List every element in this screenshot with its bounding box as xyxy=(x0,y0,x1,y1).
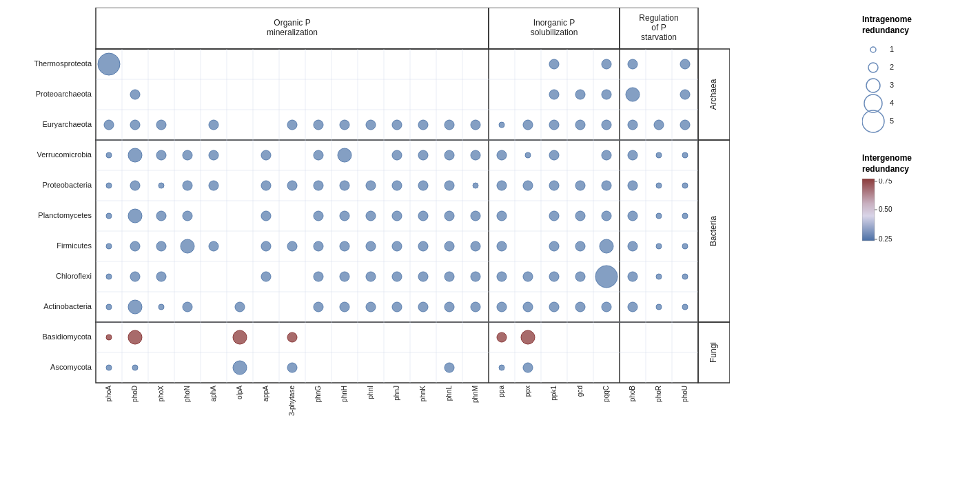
svg-point-107 xyxy=(445,120,454,130)
svg-text:Actinobacteria: Actinobacteria xyxy=(43,302,92,310)
svg-point-201 xyxy=(261,272,271,281)
svg-point-115 xyxy=(654,120,664,130)
svg-point-118 xyxy=(128,148,142,162)
svg-text:phoX: phoX xyxy=(157,386,165,402)
intragenome-legend-svg: 12345 xyxy=(862,40,952,137)
svg-text:Proteobacteria: Proteobacteria xyxy=(42,181,92,189)
svg-point-231 xyxy=(549,302,559,312)
svg-point-175 xyxy=(656,213,662,219)
svg-point-148 xyxy=(445,181,454,190)
svg-text:pqqC: pqqC xyxy=(602,386,610,402)
svg-point-254 xyxy=(866,79,880,92)
svg-text:olpA: olpA xyxy=(236,386,243,399)
svg-point-145 xyxy=(366,181,376,190)
legend-area: Intragenomeredundancy 12345 Intergenomer… xyxy=(855,8,966,490)
svg-point-88 xyxy=(602,59,611,69)
svg-point-121 xyxy=(209,150,218,160)
svg-point-102 xyxy=(314,120,323,130)
svg-point-209 xyxy=(497,272,507,281)
svg-text:phnJ: phnJ xyxy=(393,386,400,401)
svg-text:1: 1 xyxy=(890,45,894,53)
svg-point-126 xyxy=(418,150,428,160)
svg-point-124 xyxy=(338,148,351,162)
svg-point-99 xyxy=(156,120,166,130)
svg-text:Euryarchaeota: Euryarchaeota xyxy=(42,120,92,128)
svg-point-129 xyxy=(497,150,507,160)
svg-point-159 xyxy=(128,209,142,223)
svg-point-171 xyxy=(549,211,559,221)
svg-point-258 xyxy=(862,110,884,132)
svg-point-256 xyxy=(864,94,882,112)
svg-text:0.50: 0.50 xyxy=(879,206,892,213)
svg-text:Chloroflexi: Chloroflexi xyxy=(56,272,92,280)
svg-point-199 xyxy=(130,272,140,281)
svg-point-190 xyxy=(471,241,480,251)
svg-point-89 xyxy=(628,59,637,69)
svg-point-162 xyxy=(261,211,271,221)
svg-point-130 xyxy=(525,152,531,158)
svg-text:3-phytase: 3-phytase xyxy=(288,386,296,416)
svg-point-206 xyxy=(418,272,428,281)
svg-point-136 xyxy=(106,183,112,188)
svg-point-109 xyxy=(499,122,504,128)
svg-text:phnL: phnL xyxy=(445,386,453,401)
svg-point-106 xyxy=(418,120,428,130)
svg-point-170 xyxy=(497,211,507,221)
svg-point-139 xyxy=(183,181,192,190)
svg-text:gcd: gcd xyxy=(576,386,584,397)
svg-text:aphA: aphA xyxy=(210,386,217,402)
svg-point-210 xyxy=(523,272,533,281)
svg-point-96 xyxy=(680,90,690,99)
svg-text:of P: of P xyxy=(651,23,666,32)
svg-text:phnM: phnM xyxy=(471,386,479,403)
svg-point-128 xyxy=(471,150,480,160)
svg-point-112 xyxy=(575,120,585,130)
svg-point-168 xyxy=(445,211,454,221)
svg-point-240 xyxy=(287,332,297,342)
svg-point-183 xyxy=(287,241,297,251)
svg-point-193 xyxy=(575,241,585,251)
svg-point-94 xyxy=(602,90,611,99)
svg-point-122 xyxy=(261,150,271,160)
svg-point-238 xyxy=(128,330,142,344)
svg-text:5: 5 xyxy=(890,117,894,125)
svg-point-214 xyxy=(628,272,637,281)
svg-point-184 xyxy=(314,241,323,251)
svg-text:phoN: phoN xyxy=(183,386,191,402)
svg-point-165 xyxy=(366,211,376,221)
svg-point-111 xyxy=(549,120,559,130)
svg-text:appA: appA xyxy=(262,386,269,402)
svg-point-150 xyxy=(497,181,507,190)
svg-point-195 xyxy=(628,241,637,251)
svg-point-225 xyxy=(392,302,402,312)
svg-point-147 xyxy=(418,181,428,190)
svg-point-153 xyxy=(575,181,585,190)
svg-text:phoB: phoB xyxy=(629,386,636,402)
svg-point-192 xyxy=(549,241,559,251)
svg-point-144 xyxy=(340,181,349,190)
svg-point-137 xyxy=(130,181,140,190)
svg-point-196 xyxy=(656,243,662,249)
svg-point-151 xyxy=(523,181,533,190)
svg-point-92 xyxy=(549,90,559,99)
svg-point-202 xyxy=(314,272,323,281)
svg-text:2: 2 xyxy=(890,63,894,71)
svg-point-173 xyxy=(602,211,611,221)
svg-text:phnK: phnK xyxy=(419,386,427,402)
svg-point-224 xyxy=(366,302,376,312)
svg-text:ppx: ppx xyxy=(524,386,531,397)
svg-point-90 xyxy=(680,59,690,69)
svg-point-198 xyxy=(106,274,112,279)
svg-point-233 xyxy=(602,302,611,312)
svg-point-154 xyxy=(602,181,611,190)
svg-point-205 xyxy=(392,272,402,281)
svg-point-180 xyxy=(181,239,194,253)
svg-point-116 xyxy=(680,120,690,130)
svg-point-208 xyxy=(471,272,480,281)
svg-point-248 xyxy=(499,365,504,370)
svg-point-161 xyxy=(183,211,192,221)
svg-point-158 xyxy=(106,213,112,219)
svg-point-203 xyxy=(340,272,349,281)
svg-rect-260 xyxy=(862,179,875,241)
intergenome-legend: 0.750.500.25 xyxy=(862,179,966,250)
